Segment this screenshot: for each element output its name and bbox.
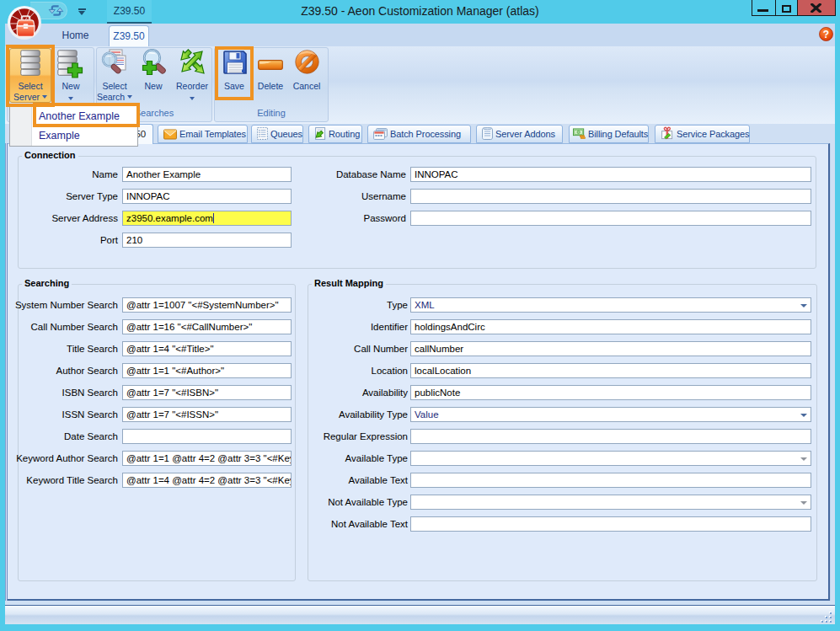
svg-text:?: ? xyxy=(823,29,829,40)
